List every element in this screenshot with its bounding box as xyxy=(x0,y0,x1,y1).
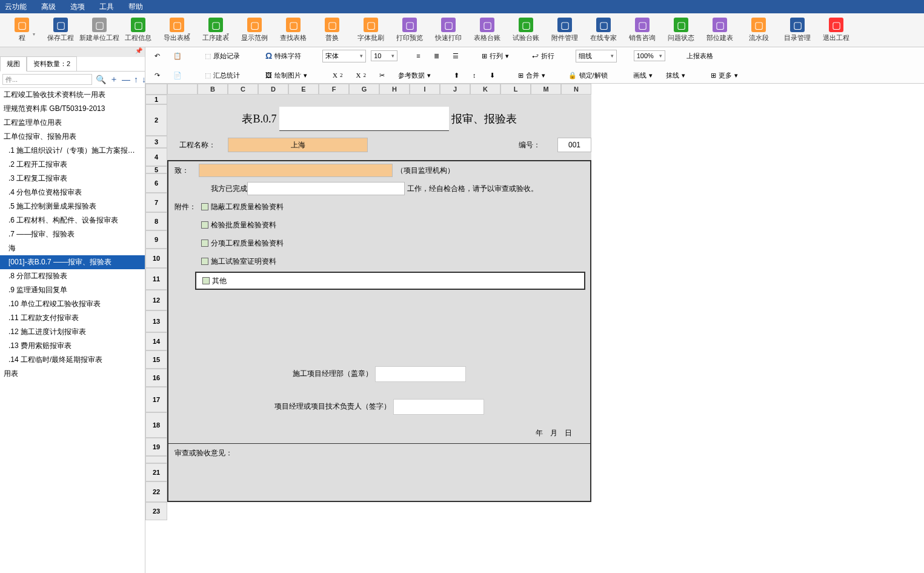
refdata-button[interactable]: 参考数据 ▾ xyxy=(394,69,435,82)
row-9[interactable]: 9 xyxy=(145,230,167,249)
toolbar-btn-16[interactable]: ▢销售咨询 xyxy=(625,16,659,45)
toolbar-btn-14[interactable]: ▢附件管理 xyxy=(548,16,582,45)
toolbar-btn-10[interactable]: ▢打印预览 xyxy=(393,16,427,45)
add-icon[interactable]: ＋ xyxy=(110,74,118,85)
row-23[interactable]: 23 xyxy=(145,502,167,520)
row-6[interactable]: 6 xyxy=(145,173,167,193)
check-4[interactable] xyxy=(201,258,208,265)
num-value[interactable]: 001 xyxy=(557,138,591,152)
tree-item-18[interactable]: .13 费用索赔报审表 xyxy=(0,339,145,353)
clear-format-icon[interactable]: ✂ xyxy=(375,70,389,81)
menu-tools[interactable]: 工具 xyxy=(99,2,114,12)
col-C[interactable]: C xyxy=(228,84,258,95)
row-5[interactable]: 5 xyxy=(145,166,167,173)
sign1-box[interactable] xyxy=(375,366,466,382)
tree-item-13[interactable]: .8 分部工程报验表 xyxy=(0,269,145,283)
valign-mid-icon[interactable]: ↕ xyxy=(468,70,480,81)
orig-record-button[interactable]: ⬚ 原始记录 xyxy=(201,50,244,62)
menu-options[interactable]: 选项 xyxy=(70,2,85,12)
toolbar-btn-9[interactable]: ▢字体批刷 xyxy=(354,16,388,45)
search-icon[interactable]: 🔍 xyxy=(96,75,106,84)
linewidth-select[interactable]: 细线 xyxy=(576,50,617,62)
toolbar-btn-19[interactable]: ▢流水段 xyxy=(742,16,776,45)
tree-item-2[interactable]: 工程监理单位用表 xyxy=(0,116,145,130)
redo-icon[interactable]: ↷ xyxy=(150,70,164,81)
done-input[interactable] xyxy=(247,182,405,195)
col-H[interactable]: H xyxy=(379,84,410,95)
toolbar-btn-15[interactable]: ▢在线专家 xyxy=(587,16,620,45)
tree-item-15[interactable]: .10 单位工程竣工验收报审表 xyxy=(0,297,145,311)
toolbar-btn-6[interactable]: ▢显示范例 xyxy=(238,16,271,45)
tree-item-19[interactable]: .14 工程临时/最终延期报审表 xyxy=(0,353,145,367)
row-17[interactable]: 17 xyxy=(145,387,167,412)
toolbar-btn-18[interactable]: ▢部位建表 xyxy=(703,16,737,45)
row-2[interactable]: 2 xyxy=(145,104,167,136)
toolbar-btn-0[interactable]: ▢程 xyxy=(5,16,39,45)
col-K[interactable]: K xyxy=(470,84,500,95)
tree-item-12[interactable]: [001]-表B.0.7 ——报审、报验表 xyxy=(0,255,145,269)
check-1[interactable] xyxy=(201,203,208,210)
superscript-icon[interactable]: X2 xyxy=(328,70,347,81)
tree-item-6[interactable]: .3 工程复工报审表 xyxy=(0,172,145,186)
toolbar-btn-8[interactable]: ▢普换 xyxy=(315,16,349,45)
row-10[interactable]: 10 xyxy=(145,249,167,268)
col-N[interactable]: N xyxy=(561,84,591,95)
menu-cloud[interactable]: 云功能 xyxy=(5,2,27,12)
toolbar-btn-2[interactable]: ▢新建单位工程 xyxy=(82,16,116,45)
fontsize-select[interactable]: 10 xyxy=(371,50,397,61)
search-input[interactable] xyxy=(2,74,92,85)
summary-button[interactable]: ⬚ 汇总统计 xyxy=(201,69,244,82)
align-left-icon[interactable]: ≡ xyxy=(412,50,424,61)
subscript-icon[interactable]: X2 xyxy=(352,70,371,81)
tree-item-10[interactable]: .7 ——报审、报验表 xyxy=(0,227,145,241)
col-[interactable] xyxy=(167,84,198,95)
row-7[interactable]: 7 xyxy=(145,193,167,212)
valign-top-icon[interactable]: ⬆ xyxy=(450,70,464,81)
tree-item-1[interactable]: 理规范资料库 GB/T50319-2013 xyxy=(0,102,145,116)
align-center-icon[interactable]: ≣ xyxy=(430,50,444,62)
col-I[interactable]: I xyxy=(410,84,440,95)
wrap-button[interactable]: ⮐ 折行 xyxy=(528,50,559,62)
corner-cell[interactable] xyxy=(145,84,167,95)
drawline-button[interactable]: 画线 ▾ xyxy=(629,69,657,82)
sign2-box[interactable] xyxy=(393,399,484,415)
row-1[interactable]: 1 xyxy=(145,95,167,104)
eraseline-button[interactable]: 抹线 ▾ xyxy=(662,69,690,82)
tree-item-4[interactable]: .1 施工组织设计/（专项）施工方案报审表 xyxy=(0,144,145,158)
tree-item-9[interactable]: .6 工程材料、构配件、设备报审表 xyxy=(0,213,145,227)
toolbar-btn-11[interactable]: ▢快速打印 xyxy=(431,16,465,45)
toolbar-btn-21[interactable]: ▢退出工程 xyxy=(819,16,853,45)
tree-item-14[interactable]: .9 监理通知回复单 xyxy=(0,283,145,297)
toolbar-btn-7[interactable]: ▢查找表格 xyxy=(276,16,310,45)
tab-view[interactable]: 规图 xyxy=(0,56,27,72)
align-right-icon[interactable]: ☰ xyxy=(448,50,463,62)
paste-icon[interactable]: 📄 xyxy=(169,70,186,81)
row-22[interactable]: 22 xyxy=(145,481,167,502)
special-char-button[interactable]: Ω 特殊字符 xyxy=(261,49,305,62)
pin-icon[interactable]: 📌 xyxy=(0,47,145,57)
menu-help[interactable]: 帮助 xyxy=(128,2,143,12)
tree-item-8[interactable]: .5 施工控制测量成果报验表 xyxy=(0,199,145,213)
draw-pic-button[interactable]: 🖼 绘制图片 ▾ xyxy=(261,69,311,82)
tree-item-20[interactable]: 用表 xyxy=(0,367,145,381)
toolbar-btn-4[interactable]: ▢导出表格 xyxy=(160,16,194,45)
tree-item-0[interactable]: 工程竣工验收技术资料统一用表 xyxy=(0,88,145,102)
toolbar-btn-13[interactable]: ▢试验台账 xyxy=(509,16,543,45)
tree-item-11[interactable]: 海 xyxy=(0,241,145,255)
more-button[interactable]: ⊞ 更多 ▾ xyxy=(706,69,742,82)
col-L[interactable]: L xyxy=(500,84,531,95)
col-D[interactable]: D xyxy=(258,84,288,95)
menu-advanced[interactable]: 高级 xyxy=(41,2,56,12)
check-5[interactable] xyxy=(202,277,210,284)
tab-count[interactable]: 资料数量：2 xyxy=(27,56,77,71)
spreadsheet[interactable]: BCDEFGHIJKLMN 12345678910111213141516171… xyxy=(145,84,924,573)
toolbar-btn-1[interactable]: ▢保存工程 xyxy=(44,16,78,45)
col-B[interactable]: B xyxy=(198,84,228,95)
row-[interactable] xyxy=(145,456,167,463)
upload-button[interactable]: 上报表格 xyxy=(682,50,717,62)
row-15[interactable]: 15 xyxy=(145,350,167,369)
tree-item-17[interactable]: .12 施工进度计划报审表 xyxy=(0,325,145,339)
proj-value[interactable]: 上海 xyxy=(228,138,368,152)
rowcol-button[interactable]: ⊞ 行列 ▾ xyxy=(477,50,513,62)
row-12[interactable]: 12 xyxy=(145,290,167,310)
